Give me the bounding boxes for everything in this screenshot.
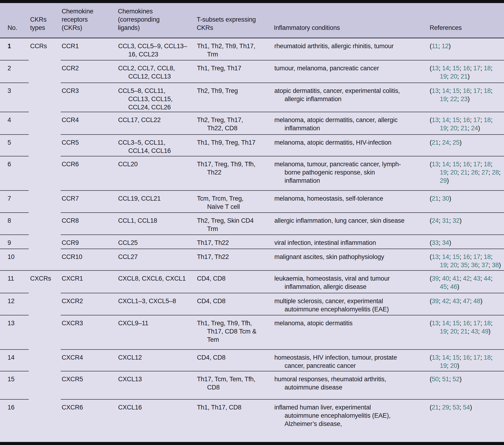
- reference-link[interactable]: 31: [442, 217, 449, 224]
- reference-link[interactable]: 12: [442, 43, 449, 50]
- reference-link[interactable]: 21: [432, 195, 439, 202]
- reference-link[interactable]: 14: [442, 320, 449, 327]
- reference-link[interactable]: 41: [452, 275, 460, 282]
- reference-link[interactable]: 17: [473, 320, 481, 327]
- reference-link[interactable]: 35: [461, 262, 468, 268]
- reference-link[interactable]: 18: [484, 116, 491, 124]
- reference-link[interactable]: 27: [481, 169, 488, 176]
- reference-link[interactable]: 28: [492, 169, 499, 176]
- reference-link[interactable]: 43: [471, 328, 478, 335]
- reference-link[interactable]: 29: [442, 404, 449, 411]
- reference-link[interactable]: 15: [452, 116, 460, 124]
- reference-link[interactable]: 18: [484, 87, 491, 94]
- reference-link[interactable]: 13: [432, 161, 439, 168]
- reference-link[interactable]: 20: [450, 169, 457, 176]
- reference-link[interactable]: 17: [473, 116, 481, 124]
- reference-link[interactable]: 19: [440, 125, 447, 132]
- reference-link[interactable]: 54: [463, 404, 470, 411]
- reference-link[interactable]: 22: [450, 95, 457, 103]
- reference-link[interactable]: 23: [461, 95, 468, 103]
- reference-link[interactable]: 14: [442, 116, 449, 124]
- reference-link[interactable]: 13: [432, 320, 439, 327]
- reference-link[interactable]: 43: [473, 275, 481, 282]
- reference-link[interactable]: 21: [461, 169, 468, 176]
- reference-link[interactable]: 14: [442, 161, 449, 168]
- reference-link[interactable]: 18: [484, 65, 491, 72]
- reference-link[interactable]: 36: [471, 262, 478, 268]
- reference-link[interactable]: 20: [450, 73, 457, 80]
- reference-link[interactable]: 21: [461, 328, 468, 335]
- reference-link[interactable]: 13: [432, 354, 439, 361]
- reference-link[interactable]: 47: [463, 298, 470, 304]
- reference-link[interactable]: 53: [452, 404, 460, 411]
- reference-link[interactable]: 26: [471, 169, 478, 176]
- reference-link[interactable]: 50: [432, 376, 439, 383]
- reference-link[interactable]: 17: [473, 65, 481, 72]
- reference-link[interactable]: 11: [432, 43, 438, 50]
- reference-link[interactable]: 37: [481, 262, 488, 268]
- reference-link[interactable]: 29: [440, 177, 447, 184]
- reference-link[interactable]: 42: [442, 298, 449, 304]
- reference-link[interactable]: 25: [452, 139, 460, 146]
- reference-link[interactable]: 17: [473, 161, 481, 168]
- reference-link[interactable]: 17: [473, 354, 481, 361]
- reference-link[interactable]: 21: [461, 73, 468, 80]
- reference-link[interactable]: 14: [442, 65, 449, 72]
- reference-link[interactable]: 21: [432, 139, 439, 146]
- reference-link[interactable]: 24: [432, 217, 439, 224]
- reference-link[interactable]: 16: [463, 320, 470, 327]
- reference-link[interactable]: 30: [442, 195, 449, 202]
- reference-link[interactable]: 51: [442, 376, 449, 383]
- reference-link[interactable]: 15: [452, 161, 460, 168]
- reference-link[interactable]: 15: [452, 87, 460, 94]
- reference-link[interactable]: 17: [473, 253, 481, 260]
- reference-link[interactable]: 14: [442, 354, 449, 361]
- reference-link[interactable]: 19: [440, 328, 447, 335]
- reference-link[interactable]: 13: [432, 87, 439, 94]
- reference-link[interactable]: 18: [484, 354, 491, 361]
- reference-link[interactable]: 34: [442, 239, 449, 246]
- reference-link[interactable]: 21: [432, 404, 439, 411]
- reference-link[interactable]: 38: [492, 262, 499, 268]
- reference-link[interactable]: 17: [473, 87, 481, 94]
- reference-link[interactable]: 16: [463, 116, 470, 124]
- reference-link[interactable]: 16: [463, 161, 470, 168]
- reference-link[interactable]: 16: [463, 354, 470, 361]
- reference-link[interactable]: 19: [440, 73, 447, 80]
- reference-link[interactable]: 20: [450, 262, 457, 268]
- reference-link[interactable]: 24: [442, 139, 449, 146]
- reference-link[interactable]: 39: [432, 275, 439, 282]
- reference-link[interactable]: 13: [432, 253, 439, 260]
- reference-link[interactable]: 20: [450, 362, 457, 369]
- reference-link[interactable]: 52: [452, 376, 460, 383]
- reference-link[interactable]: 20: [450, 328, 457, 335]
- reference-link[interactable]: 33: [432, 239, 439, 246]
- reference-link[interactable]: 20: [450, 125, 457, 132]
- reference-link[interactable]: 14: [442, 87, 449, 94]
- reference-link[interactable]: 19: [440, 169, 447, 176]
- reference-link[interactable]: 16: [463, 65, 470, 72]
- reference-link[interactable]: 40: [442, 275, 449, 282]
- reference-link[interactable]: 13: [432, 65, 439, 72]
- reference-link[interactable]: 45: [440, 283, 447, 290]
- reference-link[interactable]: 15: [452, 253, 460, 260]
- reference-link[interactable]: 19: [440, 95, 447, 103]
- reference-link[interactable]: 43: [452, 298, 460, 304]
- reference-link[interactable]: 16: [463, 87, 470, 94]
- reference-link[interactable]: 19: [440, 262, 447, 268]
- reference-link[interactable]: 15: [452, 354, 460, 361]
- reference-link[interactable]: 18: [484, 161, 491, 168]
- reference-link[interactable]: 32: [452, 217, 460, 224]
- reference-link[interactable]: 46: [450, 283, 457, 290]
- reference-link[interactable]: 18: [484, 320, 491, 327]
- reference-link[interactable]: 21: [461, 125, 468, 132]
- reference-link[interactable]: 48: [473, 298, 481, 304]
- reference-link[interactable]: 42: [463, 275, 470, 282]
- reference-link[interactable]: 18: [484, 253, 491, 260]
- reference-link[interactable]: 19: [440, 362, 447, 369]
- reference-link[interactable]: 16: [463, 253, 470, 260]
- reference-link[interactable]: 49: [481, 328, 488, 335]
- reference-link[interactable]: 15: [452, 65, 460, 72]
- reference-link[interactable]: 44: [484, 275, 491, 282]
- reference-link[interactable]: 39: [432, 298, 439, 304]
